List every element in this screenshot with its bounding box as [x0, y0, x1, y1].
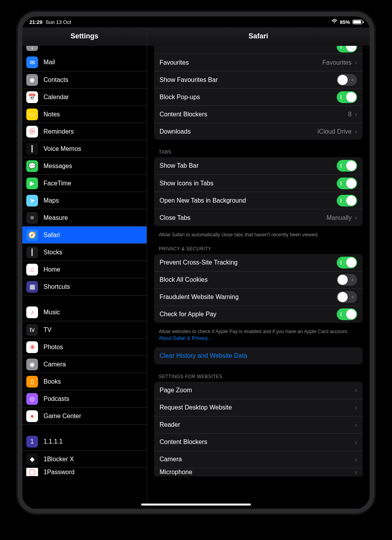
sidebar-item-safari[interactable]: 🧭Safari	[22, 226, 147, 243]
sidebar-item-1password[interactable]: ◯1Password	[22, 468, 147, 476]
chevron-right-icon: ›	[355, 110, 357, 118]
row-open-new-bg[interactable]: Open New Tabs in Background	[154, 192, 363, 209]
row-page-zoom[interactable]: Page Zoom›	[154, 382, 363, 399]
toggle[interactable]	[337, 178, 357, 189]
sidebar-item-maps[interactable]: ➤Maps	[22, 192, 147, 209]
sidebar-item-label: Stocks	[44, 249, 62, 256]
toggle[interactable]	[337, 195, 357, 207]
chevron-right-icon: ›	[355, 455, 357, 464]
toggle[interactable]	[337, 274, 357, 286]
app-icon: ▭	[26, 109, 38, 120]
sidebar-item-label: Maps	[44, 197, 59, 204]
sidebar-item-calendar[interactable]: 📅Calendar	[22, 88, 147, 105]
chevron-right-icon: ›	[355, 386, 357, 394]
app-icon: ▦	[26, 281, 38, 293]
sidebar-item-label: Books	[44, 378, 61, 385]
sidebar-list[interactable]: ↓ ✉Mail◉Contacts📅Calendar▭Notes⦿Reminder…	[22, 46, 147, 509]
row-camera[interactable]: Camera›	[154, 451, 363, 468]
toggle[interactable]	[337, 308, 357, 320]
section-general: Favourites Favourites › Show Favourites …	[154, 46, 363, 140]
clear-history-button[interactable]: Clear History and Website Data	[154, 347, 363, 364]
label: Microphone	[160, 469, 355, 476]
chevron-right-icon: ›	[355, 214, 357, 222]
row-fraud[interactable]: Fraudulent Website Warning	[154, 288, 363, 306]
row-close-tabs[interactable]: Close Tabs Manually ›	[154, 209, 363, 226]
sidebar-item-music[interactable]: ♪Music	[22, 304, 147, 321]
sidebar-item-camera[interactable]: ◉Camera	[22, 355, 147, 373]
sidebar-item-podcasts[interactable]: ◎Podcasts	[22, 390, 147, 407]
sidebar-item-books[interactable]: ▯Books	[22, 373, 147, 390]
sidebar-item-cutoff[interactable]: ↓	[22, 46, 147, 54]
value: Favourites	[322, 59, 352, 66]
toggle[interactable]	[337, 257, 357, 268]
sidebar-item-label: Notes	[44, 111, 60, 118]
label: Downloads	[160, 128, 318, 135]
sidebar-item-voice-memos[interactable]: ┃Voice Memos	[22, 140, 147, 157]
sidebar-item-shortcuts[interactable]: ▦Shortcuts	[22, 278, 147, 295]
chevron-right-icon: ›	[355, 127, 357, 136]
ipad-frame: 21:29 Sun 13 Oct 85% Settings ↓ ✉Mail◉	[18, 12, 374, 513]
sidebar-item-messages[interactable]: 💬Messages	[22, 157, 147, 174]
label: Content Blockers	[160, 439, 355, 446]
about-privacy-link[interactable]: About Safari & Privacy…	[159, 335, 213, 341]
chevron-right-icon: ›	[355, 468, 357, 477]
label: Block Pop-ups	[160, 94, 337, 101]
row-cutoff[interactable]	[154, 46, 363, 54]
sidebar-item-photos[interactable]: ❀Photos	[22, 338, 147, 355]
sidebar-item-tv[interactable]: tvTV	[22, 321, 147, 338]
row-block-popups[interactable]: Block Pop-ups	[154, 88, 363, 105]
label: Open New Tabs in Background	[160, 197, 337, 204]
toggle[interactable]	[337, 291, 357, 303]
app-icon: ✉	[26, 56, 38, 68]
label: Content Blockers	[160, 111, 348, 118]
label: Show Icons in Tabs	[160, 180, 337, 187]
sidebar-item-game-center[interactable]: ●Game Center	[22, 407, 147, 424]
row-microphone[interactable]: Microphone›	[154, 468, 363, 477]
sidebar: Settings ↓ ✉Mail◉Contacts📅Calendar▭Notes…	[22, 27, 147, 509]
sidebar-item-label: 1Blocker X	[44, 456, 74, 463]
row-show-icons[interactable]: Show Icons in Tabs	[154, 174, 363, 192]
row-downloads[interactable]: Downloads iCloud Drive ›	[154, 123, 363, 140]
wifi-icon	[331, 19, 338, 25]
chevron-right-icon: ›	[355, 421, 357, 429]
app-icon: ♪	[26, 306, 38, 318]
toggle[interactable]	[337, 74, 357, 86]
app-icon: ●	[26, 410, 38, 422]
sidebar-item-facetime[interactable]: ▶FaceTime	[22, 174, 147, 192]
sidebar-item-1-1-1-1[interactable]: 11.1.1.1	[22, 433, 147, 450]
app-icon: ❀	[26, 341, 38, 353]
section-clear: Clear History and Website Data	[154, 347, 363, 364]
row-show-favourites-bar[interactable]: Show Favourites Bar	[154, 71, 363, 88]
toggle[interactable]	[337, 160, 357, 172]
row-content-blockers[interactable]: Content Blockers›	[154, 433, 363, 451]
row-reader[interactable]: Reader›	[154, 416, 363, 433]
row-applepay[interactable]: Check for Apple Pay	[154, 306, 363, 323]
row-request-desktop-website[interactable]: Request Desktop Website›	[154, 399, 363, 416]
sidebar-item-mail[interactable]: ✉Mail	[22, 54, 147, 71]
detail-title: Safari	[147, 27, 370, 46]
sidebar-item-notes[interactable]: ▭Notes	[22, 105, 147, 123]
row-favourites[interactable]: Favourites Favourites ›	[154, 54, 363, 71]
label: Page Zoom	[160, 387, 355, 394]
detail-pane: Safari Favourites Favourites ›	[147, 27, 370, 509]
row-content-blockers[interactable]: Content Blockers 8 ›	[154, 105, 363, 123]
row-crosssite[interactable]: Prevent Cross-Site Tracking	[154, 254, 363, 271]
sidebar-item-label: Voice Memos	[44, 145, 81, 152]
row-block-cookies[interactable]: Block All Cookies	[154, 271, 363, 288]
sidebar-item-stocks[interactable]: ┃Stocks	[22, 243, 147, 261]
toggle[interactable]	[337, 91, 357, 103]
app-icon: ┃	[26, 246, 38, 258]
sidebar-item-home[interactable]: ⌂Home	[22, 261, 147, 278]
row-show-tab-bar[interactable]: Show Tab Bar	[154, 157, 363, 174]
toggle[interactable]	[337, 46, 357, 53]
label: Close Tabs	[160, 214, 327, 221]
sidebar-item-1blocker-x[interactable]: ◆1Blocker X	[22, 450, 147, 468]
value: Manually	[327, 214, 352, 221]
sidebar-item-label: Contacts	[44, 76, 68, 83]
app-icon: ◉	[26, 74, 38, 86]
app-icon: ◉	[26, 359, 38, 370]
home-indicator[interactable]	[141, 504, 251, 506]
sidebar-item-measure[interactable]: ≡Measure	[22, 209, 147, 226]
sidebar-item-contacts[interactable]: ◉Contacts	[22, 71, 147, 88]
sidebar-item-reminders[interactable]: ⦿Reminders	[22, 123, 147, 140]
